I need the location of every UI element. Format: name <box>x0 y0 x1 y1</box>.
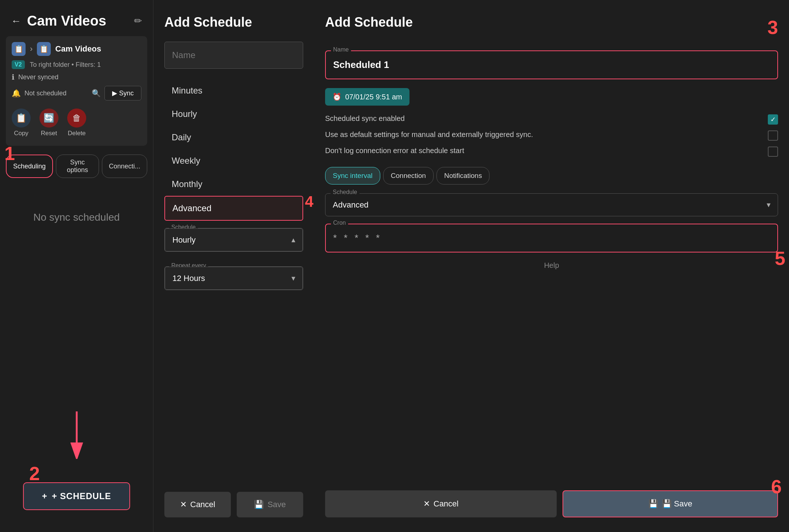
default-settings-checkbox[interactable] <box>768 130 778 141</box>
repeat-select[interactable]: 1 Hour 2 Hours 6 Hours 12 Hours 24 Hours <box>165 267 302 289</box>
option-text-2: Use as default settings for manual and e… <box>325 130 762 139</box>
middle-cancel-button[interactable]: ✕ Cancel <box>164 492 231 517</box>
right-save-button[interactable]: 💾 💾 Save <box>563 490 778 517</box>
not-scheduled-label: Not scheduled <box>24 90 66 97</box>
middle-inner: Add Schedule Minutes Hourly Daily Weekly… <box>153 0 314 532</box>
right-dialog-title: Add Schedule <box>325 15 413 30</box>
edit-icon[interactable]: ✏ <box>134 15 142 27</box>
delete-button[interactable]: 🗑 Delete <box>67 109 86 137</box>
folder-meta: To right folder • Filters: 1 <box>30 61 101 69</box>
action-row: 📋 Copy 🔄 Reset 🗑 Delete <box>12 103 141 140</box>
right-name-input[interactable] <box>326 51 777 79</box>
schedule-field-group: Schedule Minutes Hourly Daily Weekly Mon… <box>164 228 303 252</box>
menu-item-minutes[interactable]: Minutes <box>164 79 303 102</box>
down-arrow-svg <box>66 411 88 459</box>
cancel-label: Cancel <box>190 500 215 509</box>
menu-item-weekly[interactable]: Weekly <box>164 149 303 172</box>
right-schedule-select[interactable]: Minutes Hourly Daily Weekly Monthly Adva… <box>325 194 778 216</box>
menu-item-hourly[interactable]: Hourly <box>164 102 303 126</box>
no-log-checkbox[interactable] <box>768 147 778 157</box>
schedule-select[interactable]: Minutes Hourly Daily Weekly Monthly Adva… <box>165 229 302 251</box>
tab-connection[interactable]: Connecti... <box>102 155 147 178</box>
back-button[interactable]: ← <box>11 15 21 27</box>
arrow-container <box>66 411 88 459</box>
left-panel: ← Cam Videos ✏ 📋 › 📋 Cam Videos V2 To ri… <box>0 0 153 532</box>
version-badge: V2 <box>12 60 25 69</box>
menu-item-monthly[interactable]: Monthly <box>164 172 303 196</box>
clock-icon: ⏰ <box>332 92 342 101</box>
delete-label: Delete <box>68 130 85 137</box>
option-row-2: Use as default settings for manual and e… <box>325 130 778 141</box>
right-name-field-label: Name <box>331 46 351 53</box>
cancel-x-icon: ✕ <box>180 500 187 509</box>
plus-icon: + <box>42 491 47 501</box>
left-header: ← Cam Videos ✏ <box>0 0 153 36</box>
search-icon[interactable]: 🔍 <box>92 89 101 98</box>
left-header-left: ← Cam Videos <box>11 13 106 29</box>
right-schedule-field-group: Schedule Minutes Hourly Daily Weekly Mon… <box>325 193 778 216</box>
r-save-disk-icon: 💾 <box>648 499 658 509</box>
copy-button[interactable]: 📋 Copy <box>12 109 31 137</box>
cron-input[interactable] <box>326 224 777 252</box>
date-badge: ⏰ 07/01/25 9:51 am <box>325 88 409 106</box>
r-cancel-label: Cancel <box>434 499 458 509</box>
page-title: Cam Videos <box>27 13 106 29</box>
tab-sync-interval[interactable]: Sync interval <box>325 167 380 185</box>
never-synced-row: ℹ Never synced <box>12 71 141 84</box>
tab-notifications[interactable]: Notifications <box>437 167 490 185</box>
no-sync-text: No sync scheduled <box>0 212 153 223</box>
left-tabs: Scheduling Sync options Connecti... <box>0 155 153 178</box>
copy-icon: 📋 <box>12 109 31 128</box>
tab-connection[interactable]: Connection <box>383 167 434 185</box>
r-cancel-x-icon: ✕ <box>423 499 430 509</box>
folder-info: 📋 › 📋 Cam Videos V2 To right folder • Fi… <box>6 36 147 146</box>
right-footer: ✕ Cancel 💾 💾 Save 6 <box>325 490 778 517</box>
reset-button[interactable]: 🔄 Reset <box>39 109 58 137</box>
schedule-button[interactable]: + + SCHEDULE <box>23 482 130 510</box>
folder-icon-left: 📋 <box>12 42 26 56</box>
bell-icon: 🔔 <box>12 89 21 98</box>
right-tabs-row: Sync interval Connection Notifications <box>325 167 778 185</box>
menu-item-daily[interactable]: Daily <box>164 126 303 149</box>
schedule-btn-label: + SCHEDULE <box>52 491 111 501</box>
never-synced-label: Never synced <box>18 73 58 81</box>
middle-dialog-title: Add Schedule <box>164 15 303 30</box>
tab-sync-options[interactable]: Sync options <box>56 155 99 178</box>
help-link[interactable]: Help <box>325 261 778 270</box>
right-schedule-select-wrapper: Minutes Hourly Daily Weekly Monthly Adva… <box>325 194 778 216</box>
date-value: 07/01/25 9:51 am <box>345 93 402 101</box>
r-save-label: 💾 Save <box>662 499 692 509</box>
middle-save-button[interactable]: 💾 Save <box>237 492 303 517</box>
right-name-field-group: Name <box>325 50 778 79</box>
step-4-badge: 4 <box>305 193 313 210</box>
repeat-select-group: Repeat every 1 Hour 2 Hours 6 Hours 12 H… <box>164 266 303 297</box>
cron-field-group: Cron <box>325 224 778 252</box>
option-text-1: Scheduled sync enabled <box>325 114 762 123</box>
option-text-3: Don't log connection error at schedule s… <box>325 147 762 155</box>
right-header-row: Add Schedule 3 <box>325 15 778 40</box>
copy-label: Copy <box>14 130 28 137</box>
middle-panel: Add Schedule Minutes Hourly Daily Weekly… <box>153 0 314 532</box>
right-panel: Add Schedule 3 Name ⏰ 07/01/25 9:51 am S… <box>314 0 789 532</box>
delete-icon: 🗑 <box>67 109 86 128</box>
folder-name: Cam Videos <box>55 44 101 54</box>
name-input[interactable] <box>164 42 303 69</box>
arrow-separator: › <box>30 44 33 54</box>
schedule-status-row: 🔔 Not scheduled 🔍 ▶ Sync <box>12 84 141 103</box>
step-5-badge: 5 <box>775 247 785 269</box>
sync-button[interactable]: ▶ Sync <box>104 86 141 100</box>
step-1-badge: 1 <box>4 142 15 164</box>
middle-footer: ✕ Cancel 💾 Save <box>164 484 303 517</box>
cron-field-label: Cron <box>331 220 348 226</box>
reset-label: Reset <box>41 130 57 137</box>
option-row-1: Scheduled sync enabled ✓ <box>325 114 778 125</box>
schedule-menu-list: Minutes Hourly Daily Weekly Monthly Adva… <box>164 79 303 221</box>
options-section: Scheduled sync enabled ✓ Use as default … <box>325 114 778 157</box>
folder-icon-right: 📋 <box>37 42 51 56</box>
option-row-3: Don't log connection error at schedule s… <box>325 147 778 157</box>
save-disk-icon: 💾 <box>254 500 264 509</box>
menu-item-advanced[interactable]: Advanced 4 <box>164 196 303 221</box>
right-cancel-button[interactable]: ✕ Cancel <box>325 490 557 517</box>
scheduled-sync-checkbox[interactable]: ✓ <box>768 114 778 125</box>
repeat-select-wrapper: 1 Hour 2 Hours 6 Hours 12 Hours 24 Hours… <box>165 267 303 290</box>
